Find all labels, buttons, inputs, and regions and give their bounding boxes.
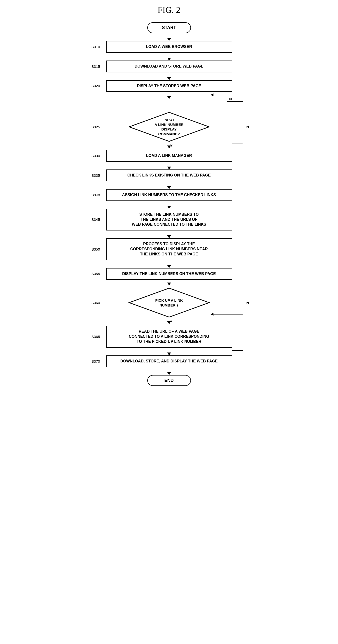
figure-title: FIG. 2 (84, 5, 254, 15)
step-s370-box: DOWNLOAD, STORE, AND DISPLAY THE WEB PAG… (106, 356, 232, 367)
step-s345-row: S345 STORE THE LINK NUMBERS TO THE LINKS… (84, 209, 254, 230)
start-node: START (147, 22, 191, 33)
s325-y-label: Y (170, 143, 173, 147)
connector-s350 (169, 260, 169, 265)
step-s365-label: S365 (92, 334, 100, 339)
arrow-s365 (167, 352, 171, 356)
connector-s335 (169, 181, 169, 186)
step-s355-row: S355 DISPLAY THE LINK NUMBERS ON THE WEB… (84, 268, 254, 280)
svg-marker-9 (167, 282, 171, 286)
step-s365-row: S365 READ THE URL OF A WEB PAGE CONNECTE… (84, 326, 254, 348)
s360-y-label: Y (170, 319, 173, 323)
connector-1 (169, 33, 169, 38)
step-s315-box: DOWNLOAD AND STORE WEB PAGE (106, 60, 232, 72)
step-s310-label: S310 (92, 45, 100, 49)
arrow-s370 (167, 372, 171, 375)
step-s320-box: DISPLAY THE STORED WEB PAGE (106, 80, 232, 92)
step-s310-row: S310 LOAD A WEB BROWSER (84, 41, 254, 53)
step-s325-text: INPUTA LINK NUMBER DISPLAYCOMMAND? (147, 118, 191, 136)
step-s325-row: S325 INPUTA LINK NUMBER DISPLAYCOMMAND? … (84, 111, 254, 142)
s360-y-area: Y (84, 318, 254, 326)
step-s335-box: CHECK LINKS EXISTING ON THE WEB PAGE (106, 170, 232, 181)
step-s350-row: S350 PROCESS TO DISPLAY THE CORRESPONDIN… (84, 238, 254, 260)
step-s325-diamond: INPUTA LINK NUMBER DISPLAYCOMMAND? (128, 111, 210, 142)
flowchart: START S310 LOAD A WEB BROWSER S315 DOWNL… (84, 22, 254, 386)
step-s315-label: S315 (92, 64, 100, 68)
step-s360-row: S360 PICK UP A LINK NUMBER ? N (84, 287, 254, 318)
s355-connector-svg (84, 280, 254, 287)
s325-y-connector-svg (84, 142, 254, 150)
arrow-3 (167, 77, 171, 80)
arrow-s345 (167, 235, 171, 238)
step-s365-box: READ THE URL OF A WEB PAGE CONNECTED TO … (106, 326, 232, 348)
s325-n-label: N (246, 125, 249, 129)
connector-s340 (169, 201, 169, 206)
step-s345-box: STORE THE LINK NUMBERS TO THE LINKS AND … (106, 209, 232, 230)
connector-s370 (169, 367, 169, 372)
step-s320-label: S320 (92, 84, 100, 88)
step-s360-diamond: PICK UP A LINK NUMBER ? (128, 287, 210, 318)
step-s310-box: LOAD A WEB BROWSER (106, 41, 232, 53)
step-s350-box: PROCESS TO DISPLAY THE CORRESPONDING LIN… (106, 238, 232, 260)
s360-n-label: N (246, 301, 249, 305)
end-node: END (147, 375, 191, 386)
s325-y-area: Y (84, 142, 254, 150)
connector-3 (169, 72, 169, 77)
arrow-s350 (167, 265, 171, 268)
arrow-s340 (167, 206, 171, 209)
step-s340-row: S340 ASSIGN LINK NUMBERS TO THE CHECKED … (84, 189, 254, 201)
svg-text:N: N (229, 97, 232, 101)
svg-marker-3 (167, 96, 171, 99)
step-s360-label: S360 (92, 301, 100, 305)
step-s325-label: S325 (92, 125, 100, 129)
flow-section-1: N (84, 92, 254, 111)
connector-2 (169, 53, 169, 58)
step-s330-row: S330 LOAD A LINK MANAGER (84, 150, 254, 162)
feedback-arrow-s325-svg: N (84, 92, 254, 111)
step-s330-box: LOAD A LINK MANAGER (106, 150, 232, 162)
step-s320-row: S320 DISPLAY THE STORED WEB PAGE (84, 80, 254, 92)
arrow-s330 (167, 166, 171, 170)
step-s355-label: S355 (92, 272, 100, 276)
step-s370-row: S370 DOWNLOAD, STORE, AND DISPLAY THE WE… (84, 356, 254, 367)
step-s340-label: S340 (92, 193, 100, 197)
s360-y-connector-svg (84, 318, 254, 326)
step-s345-label: S345 (92, 218, 100, 222)
flow-section-2 (84, 280, 254, 287)
arrow-1 (167, 38, 171, 41)
step-s350-label: S350 (92, 247, 100, 251)
step-s335-label: S335 (92, 173, 100, 178)
step-s340-box: ASSIGN LINK NUMBERS TO THE CHECKED LINKS (106, 189, 232, 201)
connector-s345 (169, 230, 169, 235)
step-s360-text: PICK UP A LINK NUMBER ? (147, 298, 191, 308)
step-s330-label: S330 (92, 154, 100, 158)
step-s355-box: DISPLAY THE LINK NUMBERS ON THE WEB PAGE (106, 268, 232, 280)
connector-s365 (169, 348, 169, 352)
arrow-2 (167, 58, 171, 60)
step-s315-row: S315 DOWNLOAD AND STORE WEB PAGE (84, 60, 254, 72)
diagram-container: FIG. 2 START S310 LOAD A WEB BROWSER S31… (84, 5, 254, 386)
step-s335-row: S335 CHECK LINKS EXISTING ON THE WEB PAG… (84, 170, 254, 181)
connector-s330 (169, 162, 169, 166)
step-s370-label: S370 (92, 359, 100, 364)
arrow-s335 (167, 186, 171, 189)
